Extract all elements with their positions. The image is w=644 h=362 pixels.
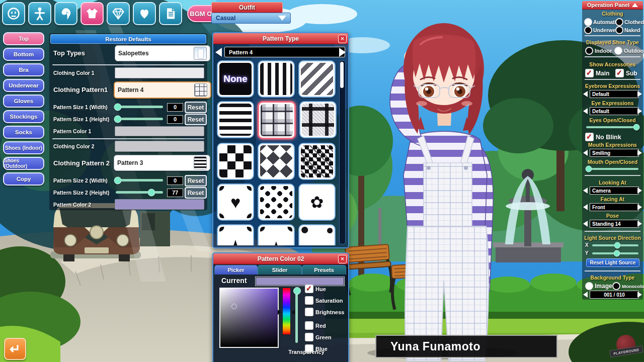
radio-icon[interactable] [615,18,623,26]
tab-picker[interactable]: Picker [214,265,258,275]
slider-knob[interactable] [613,250,620,257]
saturation-value-picker[interactable] [219,288,279,348]
pattern-size-2-width-value[interactable]: 0 [167,176,183,185]
green-checkbox-row[interactable]: Green [305,333,344,341]
tab-presets[interactable]: Presets [302,265,346,275]
slider-knob[interactable] [114,176,121,184]
pattern-tile-polka-dots[interactable] [258,184,295,221]
radio-outdoor[interactable]: Outdoor [614,47,644,55]
accessory-tab-button[interactable] [107,2,130,25]
next-arrow-button[interactable] [637,188,642,194]
sub-accessories-checkbox-row[interactable]: Sub [615,69,637,77]
pattern-scrollbar[interactable] [339,60,346,244]
radio-automatic[interactable]: Automatic [584,18,619,26]
next-arrow-button[interactable] [637,150,642,156]
radio-indoor[interactable]: Indoor [585,47,612,55]
pattern-size-2-width-slider[interactable] [116,179,163,182]
pattern-tile-star-2[interactable]: ★ [258,224,295,245]
clothes-tab-button[interactable] [80,2,104,25]
prev-background-button[interactable] [583,292,588,298]
pattern-tile-scatter[interactable] [298,224,336,245]
operation-panel-header[interactable]: Operation Panel [582,1,643,10]
eye-expressions-field[interactable]: Default [590,107,639,115]
pattern-tile-horizontal-stripes[interactable] [217,101,254,138]
sidebar-item-shoes-outdoor[interactable]: Shoes (Outdoor) [3,157,44,170]
radio-naked[interactable]: Naked [615,26,640,34]
mouth-expressions-field[interactable]: Smiling [590,149,639,157]
prev-arrow-button[interactable] [583,150,588,156]
body-tab-button[interactable] [28,2,51,25]
sidebar-item-copy[interactable]: Copy [3,172,44,186]
checkbox-icon[interactable] [305,308,313,316]
pattern-name-field[interactable]: Pattern 4 [224,47,345,57]
sidebar-item-bra[interactable]: Bra [3,63,44,76]
sidebar-item-bottom[interactable]: Bottom [3,48,44,61]
next-arrow-button[interactable] [637,221,642,227]
pattern-tile-none[interactable]: None [217,60,254,98]
pattern-color-1-swatch[interactable] [115,126,204,136]
pattern-size-2-height-value[interactable]: 77 [167,189,183,197]
sidebar-item-top[interactable]: Top [3,32,44,45]
eyebrow-expressions-field[interactable]: Default [590,90,639,98]
tab-slider[interactable]: Slider [258,265,302,275]
slider-knob[interactable] [147,189,155,196]
pattern-tile-diamond-check[interactable] [258,143,295,180]
saturation-checkbox-row[interactable]: Saturation [305,296,344,305]
clothing-pattern-1-select[interactable]: Pattern 4 [114,81,211,99]
next-arrow-button[interactable] [637,91,642,97]
slider-knob[interactable] [614,242,620,249]
slider-knob[interactable] [114,103,121,111]
sidebar-item-gloves[interactable]: Gloves [3,95,44,108]
slider-knob[interactable] [293,287,301,295]
radio-icon[interactable] [612,282,620,290]
checkbox-checked-icon[interactable] [585,133,594,141]
favorites-tab-button[interactable] [133,2,156,25]
radio-image[interactable]: Image [585,282,612,290]
clothing-color-1-swatch[interactable] [115,67,204,78]
slider-knob[interactable] [633,124,639,131]
pattern-tile-tartan[interactable] [299,101,337,138]
brightness-checkbox-row[interactable]: Brightness [305,308,344,316]
pattern-size-1-width-value[interactable]: 0 [167,103,183,112]
sidebar-item-underwear[interactable]: Underwear [3,79,44,92]
pattern-size-2-height-slider[interactable] [116,191,163,194]
checkbox-icon[interactable] [305,296,313,305]
transparency-slider[interactable] [295,290,298,343]
slider-knob[interactable] [586,166,592,172]
pattern-size-2-width-reset-button[interactable]: Reset [185,175,207,187]
facing-at-field[interactable]: Front [590,203,639,211]
reset-light-source-button[interactable]: Reset Light Source [586,258,639,267]
sidebar-item-shoes-indoor[interactable]: Shoes (Indoor) [3,141,44,154]
pattern-size-1-height-slider[interactable] [116,118,163,120]
pattern-tile-houndstooth[interactable] [298,143,336,180]
radio-selected-icon[interactable] [584,18,592,26]
next-background-button[interactable] [637,292,642,298]
pattern-color-2-swatch[interactable] [115,199,204,210]
pattern-tile-vertical-stripes[interactable] [258,60,295,98]
pose-field[interactable]: Standing 14 [590,220,639,228]
checkbox-checked-icon[interactable] [305,285,313,293]
back-button[interactable]: ↵ [4,338,26,360]
outfit-select[interactable]: Casual [211,13,291,24]
radio-icon[interactable] [615,26,623,34]
top-types-select[interactable]: Salopettes [115,45,210,61]
pattern-size-1-height-reset-button[interactable]: Reset [185,114,207,125]
restore-defaults-button[interactable]: Restore Defaults [50,34,206,44]
notes-tab-button[interactable] [159,2,182,25]
collapse-arrow-icon[interactable] [632,3,638,7]
pattern-tile-heart[interactable]: ♥ [217,184,254,221]
checkbox-icon[interactable] [305,321,313,330]
scrollbar-thumb[interactable] [340,62,344,88]
pattern-size-1-height-value[interactable]: 0 [167,115,183,124]
eyes-open-slider[interactable] [586,126,638,128]
pattern-next-button[interactable] [339,48,346,57]
light-x-slider[interactable] [592,244,638,246]
sidebar-item-stockings[interactable]: Stockings [3,110,44,123]
main-accessories-checkbox-row[interactable]: Main [585,69,609,77]
slider-knob[interactable] [114,115,121,123]
pattern-tile-checkerboard[interactable] [217,143,254,180]
pattern-size-1-width-reset-button[interactable]: Reset [185,102,207,113]
pattern-size-1-width-slider[interactable] [116,106,163,108]
radio-clothed[interactable]: Clothed [615,18,644,26]
checkbox-checked-icon[interactable] [585,69,594,77]
